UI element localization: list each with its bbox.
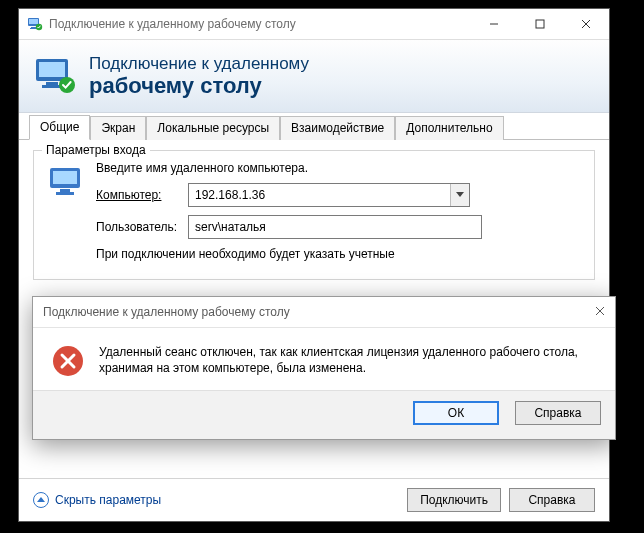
tab-experience[interactable]: Взаимодействие (280, 116, 395, 140)
login-hint: Введите имя удаленного компьютера. (96, 161, 582, 175)
computer-label: Компьютер: (96, 188, 188, 202)
dialog-close-button[interactable] (595, 305, 605, 319)
collapse-options-link[interactable]: Скрыть параметры (33, 492, 161, 508)
dialog-ok-button[interactable]: ОК (413, 401, 499, 425)
user-label: Пользователь: (96, 220, 188, 234)
svg-rect-12 (42, 85, 62, 88)
svg-rect-16 (60, 189, 70, 192)
maximize-button[interactable] (517, 9, 563, 39)
rdp-banner-icon (33, 56, 79, 96)
svg-rect-3 (30, 28, 37, 29)
banner-line1: Подключение к удаленному (89, 54, 309, 74)
svg-rect-2 (31, 27, 36, 28)
tabstrip: Общие Экран Локальные ресурсы Взаимодейс… (19, 113, 609, 140)
window-title: Подключение к удаленному рабочему столу (49, 17, 471, 31)
close-button[interactable] (563, 9, 609, 39)
collapse-options-label: Скрыть параметры (55, 493, 161, 507)
error-dialog: Подключение к удаленному рабочему столу … (32, 296, 616, 440)
user-input[interactable] (188, 215, 482, 239)
help-button[interactable]: Справка (509, 488, 595, 512)
minimize-button[interactable] (471, 9, 517, 39)
svg-rect-17 (56, 192, 74, 195)
client-area: Параметры входа Введите имя удаленного к… (19, 140, 609, 280)
svg-rect-10 (39, 62, 65, 77)
credentials-note: При подключении необходимо будет указать… (96, 247, 582, 261)
chevron-up-icon (33, 492, 49, 508)
connect-button[interactable]: Подключить (407, 488, 501, 512)
computer-combobox[interactable] (188, 183, 470, 207)
app-icon (27, 16, 43, 32)
svg-rect-11 (46, 82, 58, 85)
dialog-message: Удаленный сеанс отключен, так как клиент… (99, 344, 597, 378)
computer-input[interactable] (189, 184, 450, 206)
monitor-icon (46, 163, 86, 203)
login-group: Параметры входа Введите имя удаленного к… (33, 150, 595, 280)
tab-local-resources[interactable]: Локальные ресурсы (146, 116, 280, 140)
banner-line2: рабочему столу (89, 73, 309, 98)
banner: Подключение к удаленному рабочему столу (19, 40, 609, 113)
dialog-titlebar[interactable]: Подключение к удаленному рабочему столу (33, 297, 615, 327)
chevron-down-icon[interactable] (450, 184, 469, 206)
login-group-title: Параметры входа (42, 143, 150, 157)
banner-text: Подключение к удаленному рабочему столу (89, 54, 309, 99)
tab-advanced[interactable]: Дополнительно (395, 116, 503, 140)
svg-rect-6 (536, 20, 544, 28)
dialog-footer: ОК Справка (33, 390, 615, 439)
error-icon (51, 344, 85, 378)
tab-display[interactable]: Экран (90, 116, 146, 140)
tab-general[interactable]: Общие (29, 115, 90, 140)
svg-rect-15 (53, 171, 77, 184)
dialog-help-button[interactable]: Справка (515, 401, 601, 425)
rdp-main-window: Подключение к удаленному рабочему столу … (18, 8, 610, 522)
main-footer: Скрыть параметры Подключить Справка (19, 478, 609, 521)
svg-rect-1 (29, 19, 38, 24)
dialog-title: Подключение к удаленному рабочему столу (43, 305, 595, 319)
titlebar[interactable]: Подключение к удаленному рабочему столу (19, 9, 609, 40)
